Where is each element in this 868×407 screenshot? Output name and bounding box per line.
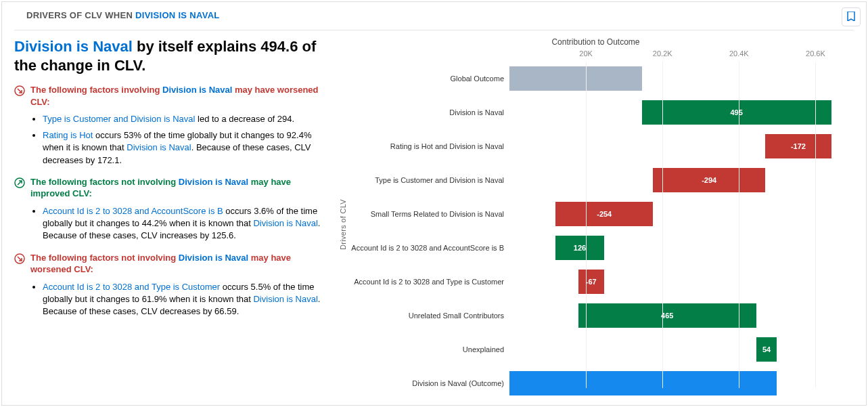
bullet-item: Type is Customer and Division is Naval l… xyxy=(43,113,332,125)
inline-link[interactable]: Account Id is 2 to 3028 and AccountScore… xyxy=(43,206,223,216)
bookmark-button[interactable] xyxy=(842,7,861,26)
insight-text-column: Division is Naval by itself explains 494… xyxy=(14,37,332,400)
bullet-list: Account Id is 2 to 3028 and Type is Cust… xyxy=(43,281,332,318)
chart-row-label: Type is Customer and Division is Naval xyxy=(348,163,509,197)
chart-bar-row: -294 xyxy=(509,163,854,197)
gridline xyxy=(815,62,816,388)
chart-bar-row: 126 xyxy=(509,231,854,265)
chart-bar[interactable]: -254 xyxy=(555,202,653,226)
inline-link[interactable]: Division is Naval xyxy=(127,142,191,152)
chart-bar-row: 54 xyxy=(509,333,854,366)
chart-bar-row: -254 xyxy=(509,197,854,231)
chart-bar[interactable]: 465 xyxy=(578,303,756,328)
bar-value-label: 54 xyxy=(762,345,771,354)
inline-link[interactable]: Rating is Hot xyxy=(43,130,93,140)
chart-plot-area: 20K20.2K20.4K20.6K 495-172-294-254126-67… xyxy=(509,49,854,388)
headline-highlight: Division is Naval xyxy=(14,38,133,55)
chart-row-label: Unrelated Small Contributors xyxy=(348,299,509,333)
chart-row-label: Rating is Hot and Division is Naval xyxy=(348,129,509,163)
bar-value-label: 126 xyxy=(574,244,586,252)
trend-up-circle-icon xyxy=(14,177,25,188)
bar-value-label: -294 xyxy=(702,176,716,184)
chart-y-axis-label: Drivers of CLV xyxy=(338,49,348,400)
chart-bar-row: 495 xyxy=(509,95,854,129)
chart-bars: 495-172-294-254126-6746554 xyxy=(509,62,854,400)
x-tick-label: 20.6K xyxy=(806,49,825,58)
inline-link[interactable]: Type is Customer and Division is Naval xyxy=(43,114,195,124)
headline: Division is Naval by itself explains 494… xyxy=(14,37,332,74)
insight-section: The following factors involving Division… xyxy=(14,84,332,108)
gridline xyxy=(662,62,663,388)
chart-row-label: Small Terms Related to Division is Naval xyxy=(348,197,509,231)
chart-row-label: Global Outcome xyxy=(348,62,509,95)
bullet-item: Account Id is 2 to 3028 and AccountScore… xyxy=(43,205,332,242)
section-heading: The following factors involving Division… xyxy=(30,84,332,108)
chart-bar[interactable]: 495 xyxy=(642,100,831,125)
bar-value-label: 495 xyxy=(730,108,742,116)
chart-title: Contribution to Outcome xyxy=(338,37,854,47)
chart-row-label: Unexplained xyxy=(348,333,509,366)
chart-bar-row: 465 xyxy=(509,299,854,333)
chart-bar[interactable]: -294 xyxy=(653,168,765,192)
chart-bar-row: -67 xyxy=(509,265,854,299)
bullet-list: Type is Customer and Division is Naval l… xyxy=(43,113,332,167)
chart-row-label: Division is Naval xyxy=(348,95,509,129)
title-prefix: DRIVERS OF CLV WHEN xyxy=(26,10,135,20)
chart-bar[interactable]: -172 xyxy=(765,134,831,158)
gridline xyxy=(739,62,739,388)
chart-bar-row: -172 xyxy=(509,129,854,163)
bullet-item: Rating is Hot occurs 53% of the time glo… xyxy=(43,129,332,167)
chart-row-label: Division is Naval (Outcome) xyxy=(348,366,509,400)
chart-row-labels: Global OutcomeDivision is NavalRating is… xyxy=(348,49,509,400)
section-heading: The following factors not involving Divi… xyxy=(30,176,332,200)
bar-value-label: -254 xyxy=(597,210,612,218)
trend-down-circle-icon xyxy=(14,85,25,96)
chart-bar[interactable]: 54 xyxy=(756,337,777,362)
chart-row-label: Account Id is 2 to 3028 and AccountScore… xyxy=(348,231,509,265)
chart-column: Contribution to Outcome Drivers of CLV G… xyxy=(338,37,854,400)
chart-row-label: Account Id is 2 to 3028 and Type is Cust… xyxy=(348,265,509,299)
chart-bar-row xyxy=(509,62,854,95)
panel-header: DRIVERS OF CLV WHEN DIVISION IS NAVAL xyxy=(14,2,854,30)
panel-title: DRIVERS OF CLV WHEN DIVISION IS NAVAL xyxy=(26,10,220,20)
bullet-item: Account Id is 2 to 3028 and Type is Cust… xyxy=(43,281,332,318)
title-highlight: DIVISION IS NAVAL xyxy=(135,10,220,20)
chart-bar[interactable] xyxy=(509,371,777,395)
chart-bar[interactable]: 126 xyxy=(555,236,603,260)
inline-link[interactable]: Division is Naval xyxy=(253,218,317,228)
inline-link[interactable]: Account Id is 2 to 3028 and Type is Cust… xyxy=(43,282,220,292)
insight-section: The following factors not involving Divi… xyxy=(14,252,332,276)
x-tick-label: 20.4K xyxy=(729,49,749,58)
bar-value-label: -67 xyxy=(586,278,597,286)
chart-x-axis: 20K20.2K20.4K20.6K xyxy=(509,49,854,62)
trend-down-circle-icon xyxy=(14,253,25,264)
panel-body: Division is Naval by itself explains 494… xyxy=(2,30,866,400)
chart-bar[interactable]: -67 xyxy=(578,270,604,294)
x-tick-label: 20K xyxy=(579,49,593,58)
gridline xyxy=(586,62,587,388)
chart-bar[interactable] xyxy=(509,66,642,91)
section-heading: The following factors not involving Divi… xyxy=(30,252,332,276)
bar-value-label: -172 xyxy=(791,142,806,150)
insight-section: The following factors not involving Divi… xyxy=(14,176,332,200)
chart-bar-row xyxy=(509,366,854,400)
bullet-list: Account Id is 2 to 3028 and AccountScore… xyxy=(43,205,332,242)
x-tick-label: 20.2K xyxy=(653,49,672,58)
inline-link[interactable]: Division is Naval xyxy=(253,294,317,304)
bookmark-icon xyxy=(847,12,855,23)
drivers-panel: DRIVERS OF CLV WHEN DIVISION IS NAVAL Di… xyxy=(1,1,867,406)
